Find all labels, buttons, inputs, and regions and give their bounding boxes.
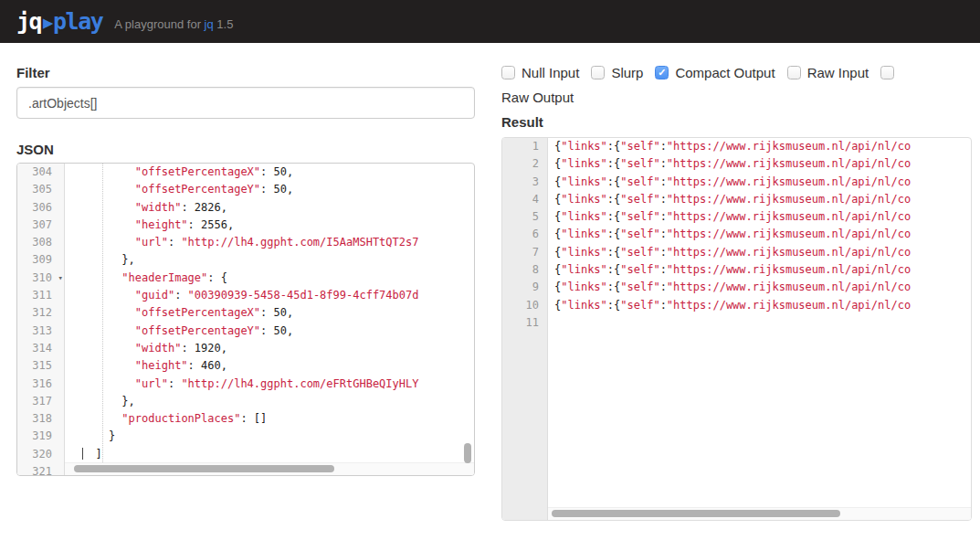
tagline: A playground for jq 1.5 (114, 17, 233, 31)
line-number: 306 (17, 199, 64, 217)
result-hscrollbar-thumb[interactable] (552, 510, 840, 517)
code-line: {"links":{"self":"https://www.rijksmuseu… (554, 297, 971, 314)
checkbox-label-null-input[interactable]: Null Input (522, 65, 579, 80)
line-number: 311 (17, 287, 64, 304)
options-row: Null InputSlurp✓Compact OutputRaw Input (501, 65, 973, 80)
code-line: {"links":{"self":"https://www.rijksmuseu… (554, 244, 971, 261)
line-number: 314 (17, 340, 64, 357)
code-line: "offsetPercentageY": 50, (82, 323, 474, 340)
options-bar: Null InputSlurp✓Compact OutputRaw Input … (501, 65, 973, 105)
code-line: {"links":{"self":"https://www.rijksmuseu… (554, 261, 971, 279)
checkbox-label-raw-output[interactable]: Raw Output (501, 90, 973, 105)
line-number: 4 (502, 191, 547, 208)
line-number: 321 (17, 463, 64, 476)
json-editor-code[interactable]: "offsetPercentageX": 50, "offsetPercenta… (66, 164, 474, 475)
code-line: "headerImage": { (82, 270, 474, 287)
code-line: "productionPlaces": [] (82, 410, 474, 428)
line-number: 310▾ (17, 270, 64, 287)
line-number: 10 (502, 297, 547, 314)
result-editor-code: {"links":{"self":"https://www.rijksmuseu… (549, 138, 971, 520)
checkbox-compact-output[interactable]: ✓ (655, 66, 669, 79)
line-number: 305 (17, 181, 64, 198)
checkbox-null-input[interactable] (501, 66, 515, 79)
code-line: "height": 460, (82, 357, 474, 375)
fold-open-arrow-icon[interactable]: ▾ (58, 270, 63, 287)
filter-heading: Filter (16, 65, 50, 80)
json-editor-gutter: 304305306307308309310▾311312313314315316… (17, 164, 65, 475)
code-line: {"links":{"self":"https://www.rijksmuseu… (554, 138, 971, 155)
code-line: "offsetPercentageX": 50, (82, 164, 474, 181)
line-number: 304 (17, 164, 64, 181)
logo-jq-text: jq (16, 8, 41, 35)
line-number: 318 (17, 410, 64, 428)
code-line: "guid": "00390939-5458-45d1-8f99-4cff74b… (82, 287, 474, 304)
filter-input[interactable] (16, 87, 475, 119)
code-line: "offsetPercentageY": 50, (82, 181, 474, 198)
json-heading: JSON (16, 142, 54, 157)
tagline-version: 1.5 (216, 17, 233, 31)
tagline-prefix: A playground for (114, 17, 201, 31)
line-number: 320 (17, 446, 64, 463)
line-number: 7 (502, 244, 547, 261)
logo-play-text: play (53, 8, 102, 35)
code-line: {"links":{"self":"https://www.rijksmuseu… (554, 155, 971, 173)
code-line: {"links":{"self":"https://www.rijksmuseu… (554, 226, 971, 243)
option-compact-output[interactable]: ✓Compact Output (655, 65, 775, 80)
line-number: 309 (17, 251, 64, 269)
code-line: {"links":{"self":"https://www.rijksmuseu… (554, 174, 971, 191)
line-number: 2 (502, 155, 547, 173)
jqplay-logo[interactable]: jq ▶ play (16, 8, 102, 35)
line-number: 313 (17, 323, 64, 340)
line-number: 6 (502, 226, 547, 243)
code-line: } (82, 428, 474, 445)
code-line: "width": 2826, (82, 199, 474, 217)
line-number: 5 (502, 208, 547, 226)
indent-guide (102, 164, 103, 462)
checkbox-slurp[interactable] (591, 66, 605, 79)
line-number: 11 (502, 314, 547, 332)
line-number: 316 (17, 376, 64, 393)
checkbox-label-slurp[interactable]: Slurp (611, 65, 643, 80)
code-line: "offsetPercentageX": 50, (82, 304, 474, 322)
code-line: "url": "http://lh4.ggpht.com/I5AaMSHTtQT… (82, 234, 474, 251)
code-line: "width": 1920, (82, 340, 474, 357)
code-line (554, 314, 971, 332)
json-input-editor[interactable]: 304305306307308309310▾311312313314315316… (16, 163, 475, 476)
header: jq ▶ play A playground for jq 1.5 (0, 0, 980, 43)
line-number: 9 (502, 279, 547, 296)
code-line: }, (82, 393, 474, 410)
checkbox-label-compact-output[interactable]: Compact Output (675, 65, 775, 80)
line-number: 307 (17, 217, 64, 234)
option-slurp[interactable]: Slurp (591, 65, 643, 80)
line-number: 8 (502, 261, 547, 279)
json-hscrollbar-thumb[interactable] (74, 465, 334, 472)
play-triangle-icon: ▶ (43, 12, 52, 32)
line-number: 3 (502, 174, 547, 191)
code-line: {"links":{"self":"https://www.rijksmuseu… (554, 191, 971, 208)
code-line: }, (82, 251, 474, 269)
result-output-editor: 1234567891011 {"links":{"self":"https://… (501, 137, 972, 521)
line-number: 319 (17, 428, 64, 445)
result-editor-gutter: 1234567891011 (502, 138, 548, 520)
checkbox-label-raw-input[interactable]: Raw Input (807, 65, 869, 80)
checkbox-raw-output[interactable] (880, 66, 894, 79)
line-number: 315 (17, 357, 64, 375)
code-line: {"links":{"self":"https://www.rijksmuseu… (554, 208, 971, 226)
line-number: 1 (502, 138, 547, 155)
line-number: 308 (17, 234, 64, 251)
result-heading: Result (501, 114, 543, 130)
json-vscrollbar-thumb[interactable] (464, 443, 471, 463)
code-line: "height": 2556, (82, 217, 474, 234)
code-line: {"links":{"self":"https://www.rijksmuseu… (554, 279, 971, 296)
line-number: 312 (17, 304, 64, 322)
code-line: "url": "http://lh4.ggpht.com/eFRtGHBeQIy… (82, 376, 474, 393)
code-line: ] (82, 446, 474, 463)
option-null-input[interactable]: Null Input (501, 65, 579, 80)
option-raw-input[interactable]: Raw Input (787, 65, 869, 80)
checkbox-raw-input[interactable] (787, 66, 801, 79)
line-number: 317 (17, 393, 64, 410)
jq-link[interactable]: jq (205, 17, 214, 31)
